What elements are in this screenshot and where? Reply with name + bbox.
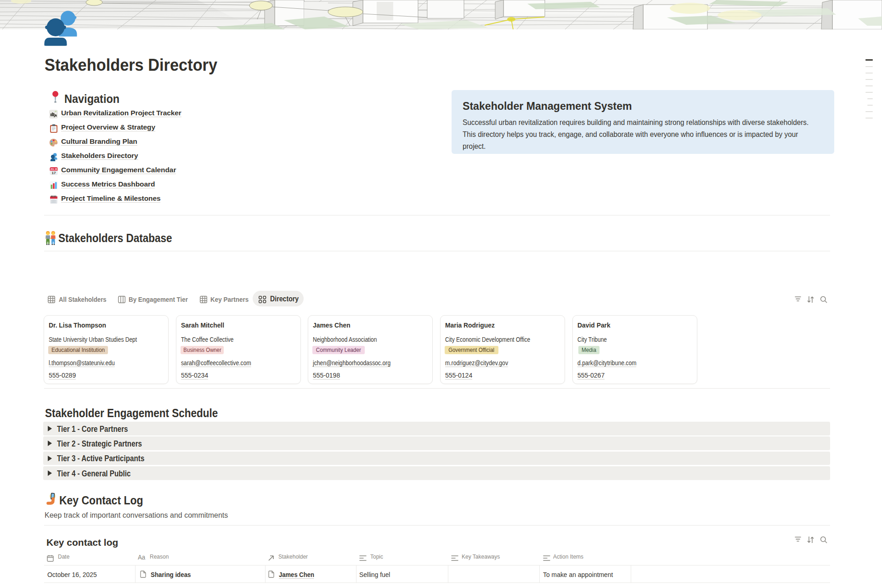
- svg-text:JUL 16: JUL 16: [51, 168, 57, 170]
- svg-text:17: 17: [52, 171, 56, 175]
